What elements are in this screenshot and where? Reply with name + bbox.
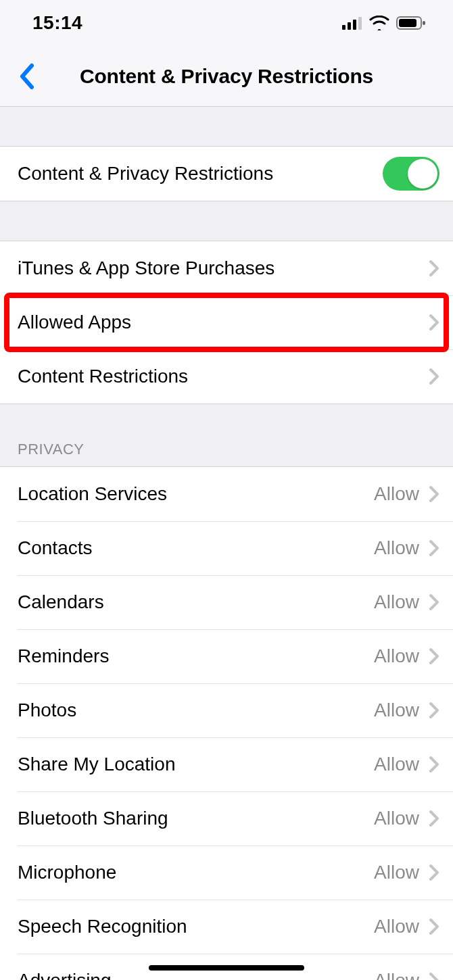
chevron-right-icon	[429, 314, 439, 331]
navigation-group: iTunes & App Store PurchasesAllowed Apps…	[0, 241, 453, 404]
cell-value: Allow	[374, 970, 419, 980]
nav-row-allowed-apps[interactable]: Allowed Apps	[0, 295, 453, 349]
chevron-right-icon	[429, 647, 439, 665]
chevron-right-icon	[429, 972, 439, 980]
nav-row-itunes-app-store-purchases[interactable]: iTunes & App Store Purchases	[0, 241, 453, 295]
privacy-row-bluetooth-sharing[interactable]: Bluetooth SharingAllow	[0, 791, 453, 846]
chevron-right-icon	[429, 864, 439, 881]
svg-rect-1	[348, 22, 351, 30]
privacy-row-calendars[interactable]: CalendarsAllow	[0, 575, 453, 629]
svg-rect-2	[353, 20, 356, 30]
privacy-row-microphone[interactable]: MicrophoneAllow	[0, 846, 453, 900]
status-time: 15:14	[32, 12, 82, 34]
chevron-right-icon	[429, 485, 439, 503]
cell-label: Share My Location	[18, 754, 374, 775]
cell-label: Calendars	[18, 591, 374, 613]
chevron-right-icon	[429, 593, 439, 611]
nav-row-content-restrictions[interactable]: Content Restrictions	[0, 349, 453, 403]
cell-value: Allow	[374, 591, 419, 613]
svg-rect-0	[342, 25, 345, 30]
toggle-switch[interactable]	[383, 157, 439, 191]
cell-label: Reminders	[18, 645, 374, 667]
cell-value: Allow	[374, 483, 419, 505]
cell-value: Allow	[374, 700, 419, 721]
privacy-row-speech-recognition[interactable]: Speech RecognitionAllow	[0, 900, 453, 954]
chevron-right-icon	[429, 756, 439, 773]
cell-label: Bluetooth Sharing	[18, 808, 374, 829]
content-privacy-toggle-row[interactable]: Content & Privacy Restrictions	[0, 147, 453, 201]
section-spacer	[0, 107, 453, 146]
wifi-icon	[369, 16, 389, 30]
chevron-right-icon	[429, 702, 439, 719]
nav-header: Content & Privacy Restrictions	[0, 46, 453, 107]
privacy-row-location-services[interactable]: Location ServicesAllow	[0, 467, 453, 521]
status-bar: 15:14	[0, 0, 453, 46]
cellular-icon	[342, 16, 362, 30]
cell-label: Advertising	[18, 970, 374, 980]
battery-icon	[396, 16, 426, 30]
cell-label: Microphone	[18, 862, 374, 883]
cell-label: Contacts	[18, 537, 374, 559]
chevron-left-icon	[18, 63, 34, 90]
cell-label: Location Services	[18, 483, 374, 505]
toggle-group: Content & Privacy Restrictions	[0, 146, 453, 201]
privacy-row-contacts[interactable]: ContactsAllow	[0, 521, 453, 575]
cell-label: Allowed Apps	[18, 312, 429, 333]
status-icons	[342, 16, 426, 30]
chevron-right-icon	[429, 260, 439, 277]
svg-rect-6	[423, 21, 425, 25]
privacy-row-share-my-location[interactable]: Share My LocationAllow	[0, 737, 453, 791]
cell-value: Allow	[374, 537, 419, 559]
chevron-right-icon	[429, 368, 439, 385]
back-button[interactable]	[9, 59, 43, 93]
cell-label: Photos	[18, 700, 374, 721]
cell-value: Allow	[374, 754, 419, 775]
cell-label: iTunes & App Store Purchases	[18, 258, 429, 279]
home-indicator	[149, 965, 304, 971]
cell-label: Content Restrictions	[18, 366, 429, 387]
cell-value: Allow	[374, 808, 419, 829]
cell-value: Allow	[374, 862, 419, 883]
privacy-row-photos[interactable]: PhotosAllow	[0, 683, 453, 737]
cell-label: Speech Recognition	[18, 916, 374, 937]
cell-label: Content & Privacy Restrictions	[18, 163, 383, 185]
privacy-section-header: PRIVACY	[0, 404, 453, 466]
svg-rect-5	[399, 19, 416, 27]
privacy-row-reminders[interactable]: RemindersAllow	[0, 629, 453, 683]
svg-rect-3	[358, 17, 362, 30]
cell-value: Allow	[374, 645, 419, 667]
page-title: Content & Privacy Restrictions	[0, 65, 453, 88]
cell-value: Allow	[374, 916, 419, 937]
privacy-group: Location ServicesAllowContactsAllowCalen…	[0, 466, 453, 980]
chevron-right-icon	[429, 918, 439, 935]
chevron-right-icon	[429, 539, 439, 557]
chevron-right-icon	[429, 810, 439, 827]
section-spacer	[0, 201, 453, 241]
